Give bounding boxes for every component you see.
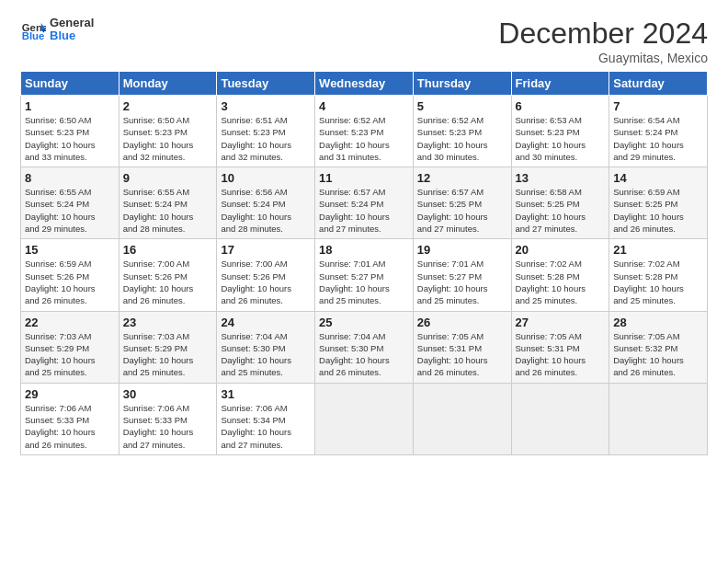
- day-info: Sunrise: 6:57 AM Sunset: 5:25 PM Dayligh…: [417, 186, 507, 235]
- day-info: Sunrise: 6:50 AM Sunset: 5:23 PM Dayligh…: [123, 114, 213, 163]
- calendar-table: SundayMondayTuesdayWednesdayThursdayFrid…: [20, 71, 708, 455]
- calendar-cell: 15Sunrise: 6:59 AM Sunset: 5:26 PM Dayli…: [21, 239, 119, 311]
- day-header-wednesday: Wednesday: [315, 72, 414, 96]
- calendar-cell: 23Sunrise: 7:03 AM Sunset: 5:29 PM Dayli…: [119, 311, 217, 383]
- day-info: Sunrise: 6:59 AM Sunset: 5:26 PM Dayligh…: [25, 258, 115, 306]
- day-info: Sunrise: 6:58 AM Sunset: 5:25 PM Dayligh…: [516, 186, 606, 235]
- calendar-cell: 22Sunrise: 7:03 AM Sunset: 5:29 PM Dayli…: [21, 311, 119, 383]
- day-info: Sunrise: 6:55 AM Sunset: 5:24 PM Dayligh…: [123, 186, 213, 235]
- day-number: 23: [123, 316, 213, 329]
- day-header-friday: Friday: [511, 72, 609, 96]
- day-number: 14: [613, 171, 703, 185]
- title-area: December 2024 Guaymitas, Mexico: [498, 17, 708, 65]
- calendar-cell: 31Sunrise: 7:06 AM Sunset: 5:34 PM Dayli…: [217, 383, 315, 454]
- day-number: 7: [613, 99, 703, 113]
- day-info: Sunrise: 7:04 AM Sunset: 5:30 PM Dayligh…: [319, 330, 409, 379]
- calendar-cell: 20Sunrise: 7:02 AM Sunset: 5:28 PM Dayli…: [511, 239, 609, 311]
- calendar-cell: 17Sunrise: 7:00 AM Sunset: 5:26 PM Dayli…: [217, 239, 315, 311]
- calendar-cell: 7Sunrise: 6:54 AM Sunset: 5:24 PM Daylig…: [609, 96, 708, 167]
- calendar-cell: 28Sunrise: 7:05 AM Sunset: 5:32 PM Dayli…: [609, 311, 708, 383]
- calendar-cell: 19Sunrise: 7:01 AM Sunset: 5:27 PM Dayli…: [413, 239, 511, 311]
- day-info: Sunrise: 7:00 AM Sunset: 5:26 PM Dayligh…: [123, 258, 213, 306]
- day-info: Sunrise: 6:55 AM Sunset: 5:24 PM Dayligh…: [25, 186, 115, 235]
- day-header-monday: Monday: [119, 72, 217, 96]
- day-info: Sunrise: 6:51 AM Sunset: 5:23 PM Dayligh…: [221, 114, 311, 163]
- day-number: 4: [319, 99, 409, 113]
- calendar-cell: 4Sunrise: 6:52 AM Sunset: 5:23 PM Daylig…: [315, 96, 414, 167]
- calendar-cell: 9Sunrise: 6:55 AM Sunset: 5:24 PM Daylig…: [119, 167, 217, 239]
- logo: General Blue General Blue: [20, 17, 94, 43]
- day-number: 11: [319, 171, 409, 185]
- day-info: Sunrise: 7:01 AM Sunset: 5:27 PM Dayligh…: [319, 258, 409, 306]
- calendar-cell: [609, 383, 708, 454]
- logo-line1: General: [50, 17, 94, 29]
- page: General Blue General Blue December 2024 …: [0, 0, 728, 563]
- calendar-cell: 29Sunrise: 7:06 AM Sunset: 5:33 PM Dayli…: [21, 383, 119, 454]
- day-number: 8: [25, 171, 115, 185]
- day-number: 17: [221, 243, 311, 257]
- day-number: 27: [516, 316, 606, 329]
- day-info: Sunrise: 7:02 AM Sunset: 5:28 PM Dayligh…: [516, 258, 606, 306]
- calendar-cell: 25Sunrise: 7:04 AM Sunset: 5:30 PM Dayli…: [315, 311, 414, 383]
- day-info: Sunrise: 7:00 AM Sunset: 5:26 PM Dayligh…: [221, 258, 311, 306]
- day-info: Sunrise: 7:03 AM Sunset: 5:29 PM Dayligh…: [25, 330, 115, 379]
- day-number: 24: [221, 316, 311, 329]
- day-number: 20: [516, 243, 606, 257]
- day-number: 9: [123, 171, 213, 185]
- day-header-tuesday: Tuesday: [217, 72, 315, 96]
- day-info: Sunrise: 6:53 AM Sunset: 5:23 PM Dayligh…: [516, 114, 606, 163]
- calendar-cell: 1Sunrise: 6:50 AM Sunset: 5:23 PM Daylig…: [21, 96, 119, 167]
- day-number: 18: [319, 243, 409, 257]
- day-info: Sunrise: 7:06 AM Sunset: 5:34 PM Dayligh…: [221, 402, 311, 451]
- logo-line2: Blue: [50, 29, 94, 42]
- day-info: Sunrise: 7:06 AM Sunset: 5:33 PM Dayligh…: [123, 402, 213, 451]
- day-info: Sunrise: 7:03 AM Sunset: 5:29 PM Dayligh…: [123, 330, 213, 379]
- day-info: Sunrise: 6:56 AM Sunset: 5:24 PM Dayligh…: [221, 186, 311, 235]
- day-info: Sunrise: 7:05 AM Sunset: 5:32 PM Dayligh…: [613, 330, 703, 379]
- day-number: 22: [25, 316, 115, 329]
- day-number: 13: [516, 171, 606, 185]
- header: General Blue General Blue December 2024 …: [20, 17, 708, 65]
- day-header-sunday: Sunday: [21, 72, 119, 96]
- day-number: 21: [613, 243, 703, 257]
- day-info: Sunrise: 6:52 AM Sunset: 5:23 PM Dayligh…: [417, 114, 507, 163]
- day-info: Sunrise: 6:57 AM Sunset: 5:24 PM Dayligh…: [319, 186, 409, 235]
- day-number: 5: [417, 99, 507, 113]
- calendar-cell: 5Sunrise: 6:52 AM Sunset: 5:23 PM Daylig…: [413, 96, 511, 167]
- calendar-cell: [413, 383, 511, 454]
- day-number: 31: [221, 387, 311, 401]
- day-number: 15: [25, 243, 115, 257]
- day-number: 12: [417, 171, 507, 185]
- calendar-cell: 6Sunrise: 6:53 AM Sunset: 5:23 PM Daylig…: [511, 96, 609, 167]
- day-info: Sunrise: 7:06 AM Sunset: 5:33 PM Dayligh…: [25, 402, 115, 451]
- calendar-cell: 14Sunrise: 6:59 AM Sunset: 5:25 PM Dayli…: [609, 167, 708, 239]
- day-number: 1: [25, 99, 115, 113]
- svg-text:Blue: Blue: [22, 31, 45, 42]
- day-info: Sunrise: 6:54 AM Sunset: 5:24 PM Dayligh…: [613, 114, 703, 163]
- day-info: Sunrise: 6:50 AM Sunset: 5:23 PM Dayligh…: [25, 114, 115, 163]
- day-info: Sunrise: 7:01 AM Sunset: 5:27 PM Dayligh…: [417, 258, 507, 306]
- calendar-cell: 10Sunrise: 6:56 AM Sunset: 5:24 PM Dayli…: [217, 167, 315, 239]
- calendar-cell: 12Sunrise: 6:57 AM Sunset: 5:25 PM Dayli…: [413, 167, 511, 239]
- calendar-cell: [315, 383, 414, 454]
- day-number: 26: [417, 316, 507, 329]
- logo-icon: General Blue: [20, 17, 46, 42]
- day-info: Sunrise: 7:04 AM Sunset: 5:30 PM Dayligh…: [221, 330, 311, 379]
- calendar-cell: 13Sunrise: 6:58 AM Sunset: 5:25 PM Dayli…: [511, 167, 609, 239]
- day-header-saturday: Saturday: [609, 72, 708, 96]
- day-info: Sunrise: 7:05 AM Sunset: 5:31 PM Dayligh…: [417, 330, 507, 379]
- day-number: 28: [613, 316, 703, 329]
- calendar-cell: 8Sunrise: 6:55 AM Sunset: 5:24 PM Daylig…: [21, 167, 119, 239]
- day-number: 6: [516, 99, 606, 113]
- day-number: 19: [417, 243, 507, 257]
- day-number: 10: [221, 171, 311, 185]
- calendar-cell: 26Sunrise: 7:05 AM Sunset: 5:31 PM Dayli…: [413, 311, 511, 383]
- calendar-cell: [511, 383, 609, 454]
- calendar-cell: 16Sunrise: 7:00 AM Sunset: 5:26 PM Dayli…: [119, 239, 217, 311]
- day-number: 2: [123, 99, 213, 113]
- calendar-cell: 11Sunrise: 6:57 AM Sunset: 5:24 PM Dayli…: [315, 167, 414, 239]
- calendar-cell: 2Sunrise: 6:50 AM Sunset: 5:23 PM Daylig…: [119, 96, 217, 167]
- day-header-thursday: Thursday: [413, 72, 511, 96]
- day-info: Sunrise: 6:59 AM Sunset: 5:25 PM Dayligh…: [613, 186, 703, 235]
- day-number: 29: [25, 387, 115, 401]
